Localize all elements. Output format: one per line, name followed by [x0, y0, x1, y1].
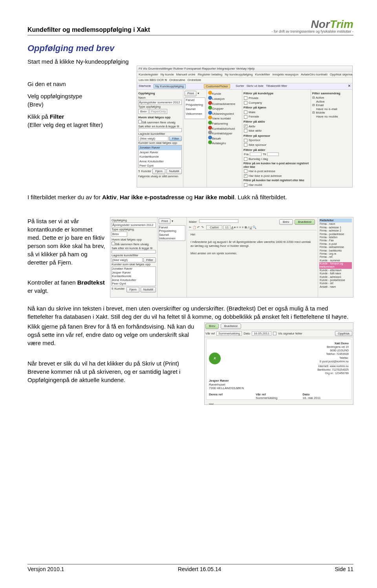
flettefelt-item[interactable]: Firma - postadresse [319, 233, 352, 236]
tb-item[interactable]: Kunderegister [139, 73, 158, 77]
flettefelt-item[interactable]: Firma - org.nr. [319, 252, 352, 255]
flettefelt-item[interactable]: Kunde - adresse1 [319, 276, 352, 279]
tb-item[interactable]: Ordreliste [188, 78, 201, 82]
checkbox[interactable] [244, 169, 247, 173]
list-item[interactable]: Jonatan Røver [139, 145, 181, 150]
filter-button[interactable]: Filter [143, 257, 156, 263]
list-item[interactable]: Jesper Røver [139, 150, 181, 155]
checkbox[interactable] [244, 110, 247, 114]
list-item[interactable]: Farvel [185, 98, 205, 103]
lagrede-select[interactable]: (Ikke valgt) [112, 257, 143, 263]
list-item[interactable]: Kontantkunde [139, 154, 181, 159]
checkbox[interactable] [244, 183, 247, 187]
list-item[interactable]: Prisjustering [159, 229, 185, 233]
tb-item[interactable]: Ordrerutine [169, 78, 185, 82]
flettefelt-item[interactable]: Kunde - nummer [319, 259, 352, 262]
fjern-button[interactable]: Fjern [152, 169, 165, 174]
list-item[interactable]: Jesper Røver [112, 271, 156, 275]
flettefelt-item[interactable]: Ansatt - navn [319, 285, 352, 288]
tilbakestill-filter-button[interactable]: Tilbakestill filter [266, 84, 287, 89]
sok-input[interactable] [112, 250, 156, 254]
navn-input[interactable]: Åpningstider sommeren 2012 [138, 100, 182, 105]
flettefelt-item[interactable]: Firma - adresse 1 [319, 226, 352, 229]
nullstill-button[interactable]: Nullstill [141, 287, 156, 292]
list-item[interactable]: Velkommen [185, 112, 205, 116]
tb-item[interactable]: Ny kundeoppfølging [225, 73, 253, 77]
tb-item[interactable]: Les inn BBS OCR fil [139, 78, 167, 82]
type-select[interactable]: Brev [138, 109, 148, 114]
tb-item[interactable]: Oppfrisk skjema [330, 73, 352, 77]
flettefelt-item[interactable]: Kunde - fornavn og mellomnavn [319, 262, 352, 269]
flettefelt-item[interactable]: Kunde - fullt navn [319, 272, 352, 275]
list-item[interactable]: Anne Knutsdotter [139, 159, 181, 164]
list-item[interactable]: Farvel [159, 226, 185, 230]
sok-input[interactable] [138, 128, 182, 132]
checkbox[interactable] [244, 115, 247, 119]
nullstill-button[interactable]: Nullstill [167, 169, 182, 174]
tb-item[interactable]: Ny kunde [161, 73, 174, 77]
varref-input[interactable]: Sommerlukking [216, 331, 242, 336]
navn-input[interactable]: Åpningstider sommeren 2012 [112, 222, 156, 228]
sorter-button[interactable]: Sorter [236, 84, 244, 89]
tab-brev[interactable]: Brev [279, 219, 293, 225]
flettefelt-item[interactable]: Kunde - postadresse [319, 279, 352, 282]
list-item[interactable]: Peer Gynt [112, 282, 156, 286]
menubar[interactable]: Fil Vis Grunninnstillinger Rutiner Fores… [137, 66, 352, 72]
list-item[interactable]: Anne Knutsdotter [112, 278, 156, 282]
tb-item[interactable]: Innsjekk resepsjon [273, 73, 298, 77]
flettefelt-item[interactable]: Firma - telefon [319, 236, 352, 239]
dato-input[interactable]: 16.05.2011 [252, 331, 271, 336]
tb-item[interactable]: Manuell ordre [176, 73, 196, 77]
list-item[interactable]: Savnet [159, 233, 185, 237]
flettefelt-item[interactable]: Kunde - ref. [319, 282, 352, 285]
checkbox-aktiv[interactable] [244, 125, 247, 128]
editor-body[interactable]: Hei I månedene juli og august i år vil å… [188, 230, 317, 258]
sla-sammen-checkbox[interactable] [138, 120, 142, 123]
checkbox[interactable] [244, 139, 247, 142]
flettefelt-item[interactable]: Firma - adresse 2 [319, 229, 352, 232]
close-icon[interactable]: ✕ [348, 84, 351, 89]
checkbox-har-ikke-epost[interactable] [244, 174, 247, 178]
vis-signatur-checkbox[interactable] [273, 332, 276, 335]
checkbox[interactable] [244, 157, 247, 161]
checkbox[interactable] [244, 101, 247, 105]
print-button[interactable]: Print [185, 91, 196, 96]
checkbox[interactable] [244, 96, 247, 100]
tab-brodtekst[interactable]: Brødtekst [221, 323, 241, 329]
lagrede-select[interactable]: (Ikke valgt) [138, 136, 168, 141]
flettefelt-item[interactable]: Firma - Fax [319, 239, 352, 242]
paperonly-select[interactable]: PaperOnly [149, 109, 167, 114]
list-item[interactable]: Savnet [185, 107, 205, 112]
oppfrisk-button[interactable]: Oppfrisk [335, 331, 352, 336]
tab-brev[interactable]: Brev [205, 323, 219, 329]
print-button[interactable]: Print [159, 219, 170, 224]
tb-item[interactable]: Registrer betaling [198, 73, 223, 77]
filter-button[interactable]: Filter [169, 136, 182, 141]
checkbox[interactable] [112, 242, 115, 245]
list-item-selected[interactable]: Kontantkunde [112, 274, 156, 278]
skriv-ut-liste-button[interactable]: Skriv ut liste [247, 84, 264, 89]
tab-ny-kundeoppfolging[interactable]: Ny Kundeoppfølging [154, 84, 186, 89]
checkbox[interactable] [244, 129, 247, 132]
fjern-button[interactable]: Fjern [126, 287, 139, 292]
tab-brodtekst[interactable]: Brødtekst [295, 219, 315, 225]
flettefelt-item[interactable]: Kunde - etternavn [319, 269, 352, 272]
list-item[interactable]: Velkommen [159, 237, 185, 241]
tab-startside[interactable]: Startside [139, 84, 151, 89]
tb-item[interactable]: Kundefilter [255, 73, 270, 77]
flettefelt-item[interactable]: Firma - webadresse [319, 246, 352, 249]
flettefelt-item[interactable]: Firma - bankkonto [319, 249, 352, 252]
flettefelt-item[interactable]: Firma - ref. [319, 255, 352, 259]
fra-input[interactable] [250, 153, 262, 156]
tb-item[interactable]: AvtaleGiro kontrakt [301, 73, 328, 77]
list-item[interactable]: Jonatan Røver [112, 267, 156, 271]
list-item[interactable]: Prisjustering [185, 103, 205, 107]
checkbox[interactable] [244, 143, 247, 147]
flettefelt-item[interactable]: Firma - navn [319, 222, 352, 226]
list-item[interactable]: Peer Gynt [139, 164, 181, 168]
type-select[interactable]: Brev [112, 232, 127, 237]
til-input[interactable] [267, 153, 279, 156]
maler-input[interactable] [199, 219, 238, 223]
flettefelt-item[interactable]: Firma - e-post [319, 243, 352, 246]
editor-toolbar[interactable]: ✂ 📋 ↶ ↷ Calibri 11 A ▾ ≡ ≡ ≡ B I U 🔍 [188, 225, 317, 231]
